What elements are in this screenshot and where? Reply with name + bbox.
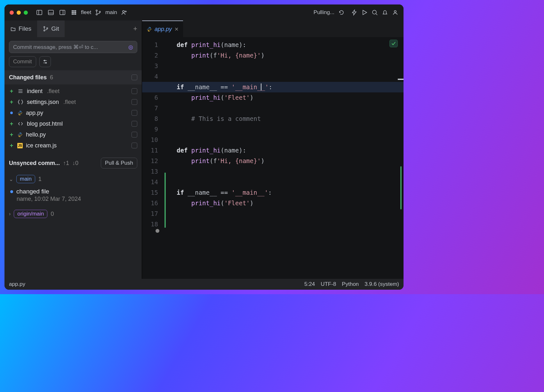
code-line[interactable]: # This is a comment — [177, 114, 404, 124]
line-number[interactable]: 11 — [142, 145, 164, 156]
code-line[interactable] — [177, 124, 404, 135]
svg-point-16 — [96, 14, 97, 15]
tab-git[interactable]: Git — [37, 20, 65, 37]
line-number[interactable]: 17 — [142, 208, 164, 219]
branch-icon[interactable] — [95, 9, 101, 16]
line-number[interactable]: 2 — [142, 50, 164, 61]
pull-push-button[interactable]: Pull & Push — [101, 158, 137, 169]
svg-point-10 — [74, 12, 75, 13]
tab-git-label: Git — [51, 25, 59, 32]
code-line[interactable]: def print_hi(name): — [177, 145, 404, 156]
minimize-window[interactable] — [17, 11, 21, 15]
file-checkbox[interactable] — [132, 143, 137, 148]
file-row[interactable]: +settings.json.fleet — [8, 97, 139, 107]
file-name: ice cream.js — [26, 142, 57, 149]
line-number[interactable]: 3 — [142, 61, 164, 71]
refresh-icon[interactable] — [338, 9, 345, 16]
file-checkbox[interactable] — [132, 110, 137, 116]
file-row[interactable]: +JSice cream.js — [8, 140, 139, 151]
code-area[interactable]: 123456789101112131415161718 def print_hi… — [142, 37, 404, 279]
code-line[interactable] — [177, 135, 404, 145]
line-number[interactable]: 13 — [142, 166, 164, 177]
code-line[interactable] — [177, 61, 404, 71]
add-user-icon[interactable] — [121, 9, 127, 16]
close-tab-icon[interactable]: ✕ — [174, 26, 179, 32]
branch-row[interactable]: ›origin/main0 — [4, 207, 142, 221]
line-number[interactable]: 6 — [142, 92, 164, 103]
commit-settings-button[interactable] — [39, 56, 51, 67]
line-number[interactable]: 4 — [142, 71, 164, 82]
search-icon[interactable] — [372, 9, 378, 16]
line-number[interactable]: 16 — [142, 198, 164, 208]
commit-item[interactable]: changed filename, 10:02 Mar 7, 2024 — [4, 186, 142, 207]
lightning-icon[interactable] — [351, 9, 357, 16]
code-line[interactable]: print_hi('Fleet') — [177, 92, 404, 103]
commit-message-input[interactable]: Commit message, press ⌘⏎ to c... ◎ — [9, 41, 137, 53]
notifications-icon[interactable] — [382, 9, 388, 16]
add-view-button[interactable]: + — [65, 25, 142, 33]
file-checkbox[interactable] — [132, 132, 137, 137]
window-controls — [10, 11, 28, 15]
panel-bottom-icon[interactable] — [48, 9, 54, 16]
file-row[interactable]: +indent.fleet — [8, 86, 139, 97]
close-window[interactable] — [10, 11, 14, 15]
branch-row[interactable]: ⌄main1 — [4, 172, 142, 186]
editor-tab[interactable]: app.py ✕ — [142, 20, 183, 37]
svg-point-13 — [74, 14, 75, 15]
line-number[interactable]: 7 — [142, 103, 164, 114]
run-icon[interactable] — [361, 9, 368, 16]
code-line[interactable] — [177, 71, 404, 82]
changed-files-title: Changed files — [9, 74, 47, 81]
commit-button[interactable]: Commit — [9, 56, 36, 67]
tab-files[interactable]: Files — [4, 20, 37, 37]
project-name[interactable]: fleet — [81, 9, 91, 16]
status-encoding[interactable]: UTF-8 — [321, 281, 336, 287]
status-cursor[interactable]: 5:24 — [304, 281, 315, 287]
branch-count: 0 — [51, 211, 54, 217]
line-number[interactable]: 14 — [142, 177, 164, 187]
maximize-window[interactable] — [24, 11, 28, 15]
code-content[interactable]: def print_hi(name): print(f'Hi, {name}')… — [167, 37, 404, 279]
panel-right-icon[interactable] — [59, 9, 66, 16]
code-line[interactable]: if __name__ == '__main__': — [142, 82, 404, 92]
code-line[interactable] — [177, 208, 404, 219]
code-line[interactable] — [177, 166, 404, 177]
code-line[interactable] — [177, 177, 404, 187]
panel-left-icon[interactable] — [36, 9, 43, 16]
code-line[interactable]: if __name__ == '__main__': — [177, 187, 404, 198]
branches-list: ⌄main1changed filename, 10:02 Mar 7, 202… — [4, 172, 142, 221]
changed-files-header[interactable]: Changed files 6 — [4, 70, 142, 84]
file-row[interactable]: +hello.py — [8, 129, 139, 140]
status-ok-badge[interactable] — [389, 40, 398, 47]
code-line[interactable] — [177, 103, 404, 114]
breakpoint-dot[interactable] — [156, 229, 159, 233]
status-language[interactable]: Python — [342, 281, 359, 287]
svg-point-11 — [75, 12, 76, 13]
apps-icon[interactable] — [71, 9, 77, 16]
line-number[interactable]: 10 — [142, 135, 164, 145]
ai-icon[interactable]: ◎ — [128, 44, 133, 51]
file-checkbox[interactable] — [132, 99, 137, 105]
profile-icon[interactable] — [392, 9, 398, 16]
code-line[interactable]: print_hi('Fleet') — [177, 198, 404, 208]
svg-point-18 — [123, 11, 124, 12]
status-interpreter[interactable]: 3.9.6 (system) — [364, 281, 399, 287]
code-line[interactable]: print(f'Hi, {name}') — [177, 50, 404, 61]
line-number[interactable]: 12 — [142, 156, 164, 166]
line-number[interactable]: 15 — [142, 187, 164, 198]
code-line[interactable]: print(f'Hi, {name}') — [177, 156, 404, 166]
select-all-checkbox[interactable] — [132, 74, 137, 80]
code-line[interactable] — [177, 219, 404, 230]
line-number[interactable]: 9 — [142, 124, 164, 135]
branch-name[interactable]: main — [105, 9, 117, 16]
file-checkbox[interactable] — [132, 88, 137, 94]
line-number[interactable]: 8 — [142, 114, 164, 124]
file-checkbox[interactable] — [132, 121, 137, 127]
line-number[interactable]: 18 — [142, 219, 164, 230]
line-number[interactable]: 1 — [142, 40, 164, 50]
file-row[interactable]: app.py — [8, 107, 139, 118]
commit-panel: Commit message, press ⌘⏎ to c... ◎ Commi… — [4, 37, 142, 70]
code-line[interactable]: def print_hi(name): — [177, 40, 404, 50]
file-row[interactable]: +blog post.html — [8, 118, 139, 129]
status-filename[interactable]: app.py — [9, 281, 25, 287]
